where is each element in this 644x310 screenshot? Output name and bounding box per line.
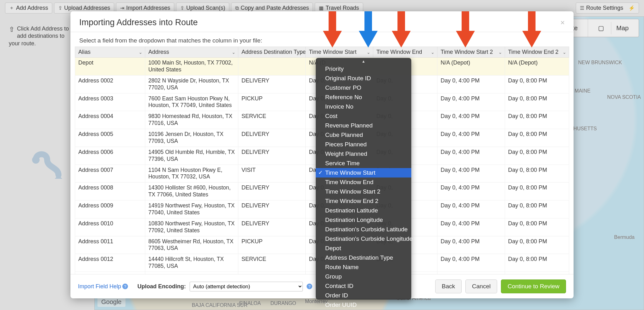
- dropdown-item[interactable]: Customer PO: [316, 83, 411, 93]
- cell-twe2: Day 0, 8:00 PM: [505, 236, 569, 254]
- cell-twe2: Day 0, 8:00 PM: [505, 272, 569, 274]
- back-button[interactable]: Back: [435, 279, 462, 293]
- col-alias[interactable]: Alias⌄: [75, 47, 145, 58]
- cell-twe2: Day 0, 8:00 PM: [505, 129, 569, 147]
- dropdown-item[interactable]: Route Name: [316, 262, 411, 272]
- col-address[interactable]: Address⌄: [145, 47, 238, 58]
- help-icon: ?: [122, 284, 128, 289]
- help-icon[interactable]: ?: [307, 284, 312, 289]
- dropdown-item[interactable]: Pieces Planned: [316, 140, 411, 149]
- cell-twe2: Day 0, 8:00 PM: [505, 200, 569, 218]
- cell-alias: Address 0008: [75, 183, 145, 200]
- dropdown-item[interactable]: Contact ID: [316, 281, 411, 291]
- upload-icon: ⇪: [58, 5, 62, 11]
- dropdown-item[interactable]: Order ID: [316, 291, 411, 300]
- cell-address: 10830 Northwest Fwy, Houston, TX 77092, …: [145, 218, 238, 236]
- dropdown-item[interactable]: Reference No: [316, 93, 411, 102]
- dropdown-item[interactable]: Weight Planned: [316, 149, 411, 159]
- cell-alias: Address 0012: [75, 254, 145, 272]
- google-badge: Google: [97, 297, 125, 307]
- dropdown-item[interactable]: Cost: [316, 111, 411, 121]
- encoding-select[interactable]: Auto (attempt detection): [190, 282, 303, 291]
- col-twe[interactable]: Time Window End⌄: [373, 47, 437, 58]
- cell-address: 14300 Hollister St #600, Houston, TX 770…: [145, 183, 238, 200]
- dropdown-item[interactable]: Service Time: [316, 159, 411, 168]
- dropdown-item[interactable]: Time Window End: [316, 178, 411, 187]
- cell-address: 7410 Cullen Blvd, Houston, TX 77021, Uni…: [145, 272, 238, 274]
- cell-twe2: Day 0, 8:00 PM: [505, 75, 569, 93]
- cell-address: 14919 Northwest Fwy, Houston, TX 77040, …: [145, 200, 238, 218]
- cell-alias: Address 0007: [75, 165, 145, 183]
- scroll-up-icon[interactable]: ▲: [316, 59, 411, 64]
- cell-type: [238, 58, 306, 76]
- cancel-button[interactable]: Cancel: [465, 279, 497, 293]
- dropdown-item[interactable]: Destination's Curbside Latitude: [316, 225, 411, 234]
- dropdown-item[interactable]: Time Window Start 2: [316, 187, 411, 196]
- cell-type: DELIVERY: [238, 218, 306, 236]
- cell-tws2: Day 0, 4:00 PM: [437, 111, 505, 129]
- column-mapper-dropdown[interactable]: ▲ PriorityOriginal Route IDCustomer PORe…: [316, 58, 411, 300]
- cell-address: 2802 N Wayside Dr, Houston, TX 77020, US…: [145, 75, 238, 93]
- dropdown-item[interactable]: Original Route ID: [316, 74, 411, 83]
- import-field-help-link[interactable]: Import Field Help ?: [78, 283, 128, 290]
- dropdown-item[interactable]: Time Window End 2: [316, 196, 411, 206]
- route-settings-button[interactable]: ☰Route Settings ⚡: [576, 3, 639, 14]
- dropdown-item[interactable]: Invoice No: [316, 102, 411, 111]
- dropdown-item[interactable]: Address Destination Type: [316, 253, 411, 262]
- col-dest-type[interactable]: Address Destination Type⌄: [238, 47, 306, 58]
- dropdown-item[interactable]: Revenue Planned: [316, 121, 411, 130]
- dropdown-item[interactable]: Priority: [316, 64, 411, 74]
- modal-title: Importing Addresses into Route: [79, 18, 560, 27]
- svg-point-0: [32, 156, 40, 164]
- dropdown-item[interactable]: Order UUID: [316, 300, 411, 310]
- cell-type: DELIVERY: [238, 200, 306, 218]
- dropdown-item[interactable]: Cube Planned: [316, 130, 411, 140]
- cell-alias: Address 0002: [75, 75, 145, 93]
- cell-tws2: Day 0, 4:00 PM: [437, 200, 505, 218]
- col-twe2[interactable]: Time Window End 2⌄: [505, 47, 569, 58]
- chevron-down-icon: ⌄: [367, 50, 370, 55]
- map-icon: ▦: [319, 5, 324, 11]
- cell-tws2: Day 0, 4:00 PM: [437, 236, 505, 254]
- chevron-down-icon: ⌄: [563, 50, 566, 55]
- dropdown-item[interactable]: Destination Longitude: [316, 215, 411, 225]
- cell-tws2: Day 0, 4:00 PM: [437, 93, 505, 111]
- dropdown-item[interactable]: Group: [316, 272, 411, 281]
- cell-address: 1000 Main St, Houston, TX 77002, United …: [145, 58, 238, 76]
- chevron-down-icon: ⌄: [232, 50, 236, 55]
- cell-alias: Address 0005: [75, 129, 145, 147]
- cell-twe2: Day 0, 8:00 PM: [505, 93, 569, 111]
- cell-tws2: N/A (Depot): [437, 58, 505, 76]
- cell-tws2: Day 0, 4:00 PM: [437, 218, 505, 236]
- dropdown-item[interactable]: Destination's Curbside Longitude: [316, 234, 411, 244]
- cell-address: 7600 East Sam Houston Pkwy N, Houston, T…: [145, 93, 238, 111]
- sliders-icon: ☰: [580, 5, 584, 11]
- cell-tws2: Day 0, 4:00 PM: [437, 183, 505, 200]
- map-toggle[interactable]: ▢Map: [588, 19, 639, 37]
- cell-alias: Address 0003: [75, 93, 145, 111]
- cell-twe2: Day 0, 8:00 PM: [505, 111, 569, 129]
- cell-tws2: Day 0, 4:00 PM: [437, 272, 505, 274]
- cell-twe2: N/A (Depot): [505, 58, 569, 76]
- continue-button[interactable]: Continue to Review: [501, 279, 566, 293]
- cell-type: PICKUP: [238, 236, 306, 254]
- cell-tws2: Day 0, 4:00 PM: [437, 254, 505, 272]
- close-icon[interactable]: ×: [560, 18, 565, 27]
- dropdown-item[interactable]: Time Window Start: [316, 168, 411, 178]
- cell-twe2: Day 0, 8:00 PM: [505, 165, 569, 183]
- cell-tws2: Day 0, 4:00 PM: [437, 129, 505, 147]
- upload-hint-icon: ⇧: [9, 25, 14, 34]
- chevron-down-icon: ⌄: [498, 50, 502, 55]
- copy-icon: ⧉: [235, 5, 239, 11]
- col-tws2[interactable]: Time Window Start 2⌄: [437, 47, 505, 58]
- cell-twe2: Day 0, 8:00 PM: [505, 218, 569, 236]
- add-address-button[interactable]: ＋Add Address: [5, 3, 52, 14]
- cell-type: DELIVERY: [238, 272, 306, 274]
- cell-type: DELIVERY: [238, 183, 306, 200]
- col-tws[interactable]: Time Window Start⌄: [306, 47, 373, 58]
- dropdown-item[interactable]: Destination Latitude: [316, 206, 411, 215]
- upload-icon: ⇪: [180, 5, 184, 11]
- cell-type: SERVICE: [238, 254, 306, 272]
- cell-address: 14905 Old Humble Rd, Humble, TX 77396, U…: [145, 147, 238, 165]
- dropdown-item[interactable]: Depot: [316, 244, 411, 253]
